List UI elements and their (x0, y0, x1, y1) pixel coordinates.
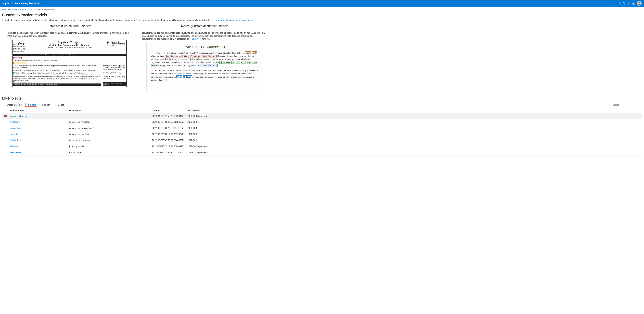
import-icon (40, 104, 43, 106)
project-link[interactable]: Lienfluent (10, 145, 20, 148)
checkmark-icon: ✓ (4, 115, 7, 117)
svg-rect-0 (618, 3, 620, 4)
svg-line-20 (611, 105, 611, 106)
project-api: 2022-08-31 (186, 119, 642, 125)
row-select[interactable] (2, 131, 9, 137)
neural-desc: Neural models can flexibly handle both s… (142, 32, 267, 40)
learn-more-link[interactable]: Learn more about custom extraction model… (210, 19, 252, 21)
my-projects-title: My Projects (2, 96, 642, 101)
template-models-column: Template (Custom form) models Template m… (7, 24, 132, 91)
search-icon (610, 104, 612, 106)
trash-icon (54, 104, 57, 106)
template-preview: Form W-9 (Rev. October 2018) Department … (11, 39, 128, 88)
svg-point-12 (639, 2, 640, 4)
page-title: Custom extraction models (2, 13, 642, 18)
project-api: 2022-08-31 (186, 131, 642, 137)
sort-down-icon: ↓ (160, 110, 162, 112)
project-desc: custom test application12 (68, 125, 150, 131)
command-bar: Create a project Share Import Delete (2, 102, 642, 108)
create-project-button[interactable]: Create a project (2, 103, 23, 107)
project-link[interactable]: test-custom-2 (10, 151, 24, 154)
import-label: Import (44, 104, 50, 106)
page-desc-text: Extract information from forms and docum… (2, 19, 210, 21)
delete-label: Delete (58, 104, 64, 106)
table-row[interactable]: application12custom test application1220… (2, 125, 642, 131)
project-desc (68, 113, 150, 119)
project-created: 2022-09-20T01:20:13.3647188Z (150, 125, 186, 131)
project-link[interactable]: multipage (10, 121, 20, 123)
help-icon[interactable] (631, 1, 636, 6)
template-desc: Template models work well when the targe… (7, 32, 132, 37)
col-project-name[interactable]: Project name (9, 108, 68, 113)
breadcrumb-current: Custom extraction model (31, 8, 56, 11)
project-created: 2022-09-20T01:22:19.8188659Z (150, 119, 186, 125)
project-desc: Custom Improvements (68, 137, 150, 143)
project-api: 2022-08-31 (186, 125, 642, 131)
page-description: Extract information from forms and docum… (2, 19, 642, 21)
project-created: 2022-09-20T01:17:52.6319364Z (150, 131, 186, 137)
share-icon (26, 104, 29, 106)
breadcrumb-root[interactable]: Form Recognizer Studio (2, 8, 26, 11)
svg-point-19 (610, 104, 611, 105)
template-title: Template (Custom form) models (7, 24, 132, 29)
col-description[interactable]: Description (68, 108, 150, 113)
delete-button[interactable]: Delete (53, 103, 65, 107)
project-created: 2023-04-04T23:58:29.8099941Z (150, 113, 186, 119)
col-api-version[interactable]: API Version (186, 108, 642, 113)
project-desc: jumbling words (68, 143, 150, 149)
create-label: Create a project (6, 104, 22, 106)
project-created: 2022-06-09T18:19:34.8828919Z (150, 143, 186, 149)
project-created: 2022-08-30T00:53:32.8848859Z (150, 137, 186, 143)
keyboard-icon[interactable] (617, 1, 622, 6)
row-select[interactable] (2, 137, 9, 143)
svg-point-11 (634, 4, 634, 4)
chevron-right-icon: 〉 (27, 8, 30, 11)
gear-icon[interactable] (626, 1, 631, 6)
table-row[interactable]: multipagecustom test multipage2022-09-20… (2, 119, 642, 125)
project-link[interactable]: sec-10q (10, 133, 18, 135)
col-created[interactable]: Created↓ (150, 108, 186, 113)
app-title: Applied AI | Form Recognizer Studio (2, 2, 40, 5)
project-desc: custom test multipage (68, 119, 150, 125)
table-row[interactable]: ✓custom-extraction2023-04-04T23:58:29.80… (2, 113, 642, 119)
plus-icon (3, 104, 6, 106)
row-select[interactable] (2, 149, 9, 155)
search-box[interactable] (608, 103, 642, 107)
neural-preview: HOUSE RENTAL AGREEMENT This House Rental… (146, 42, 263, 91)
project-api: 2022-06-30-preview (186, 143, 642, 149)
import-button[interactable]: Import (40, 103, 51, 107)
project-link[interactable]: application12 (10, 127, 23, 129)
table-row[interactable]: Lienfluentjumbling words2022-06-09T18:19… (2, 143, 642, 149)
svg-point-7 (624, 3, 624, 3)
search-input[interactable] (612, 104, 641, 106)
project-api: 2022-08-31 (186, 137, 642, 143)
svg-point-9 (628, 3, 629, 4)
model-type-columns: Template (Custom form) models Template m… (2, 24, 642, 91)
col-select[interactable] (2, 108, 9, 113)
svg-point-6 (623, 2, 625, 5)
table-row[interactable]: sec-10qcustom test sec-10q2022-09-20T01:… (2, 131, 642, 137)
project-created: 2022-05-17T18:34:48.6535223Z (150, 149, 186, 155)
share-button[interactable]: Share (25, 103, 38, 107)
click-here-link[interactable]: Click here (192, 38, 202, 40)
neural-models-column: Neural (Custom document) models Neural m… (142, 24, 267, 91)
project-link[interactable]: Studio Test (10, 139, 21, 141)
row-select[interactable] (2, 119, 9, 125)
smiley-icon[interactable] (622, 1, 626, 6)
row-select[interactable] (2, 125, 9, 131)
avatar[interactable] (637, 1, 642, 6)
project-api: 2022-01-30-preview (186, 149, 642, 155)
table-row[interactable]: Studio TestCustom Improvements2022-08-30… (2, 137, 642, 143)
neural-title: Neural (Custom document) models (142, 24, 267, 29)
projects-table: Project name Description Created↓ API Ve… (2, 108, 642, 156)
row-select[interactable] (2, 143, 9, 149)
project-desc: custom test sec-10q (68, 131, 150, 137)
project-link[interactable]: custom-extraction (10, 115, 28, 117)
share-label: Share (30, 104, 36, 106)
project-api: 2023-02-28-preview (186, 113, 642, 119)
project-desc: For customer (68, 149, 150, 155)
row-select[interactable]: ✓ (2, 113, 9, 119)
table-row[interactable]: test-custom-2For customer2022-05-17T18:3… (2, 149, 642, 155)
top-bar: Applied AI | Form Recognizer Studio (0, 0, 644, 7)
breadcrumb: Form Recognizer Studio 〉 Custom extracti… (0, 7, 644, 12)
